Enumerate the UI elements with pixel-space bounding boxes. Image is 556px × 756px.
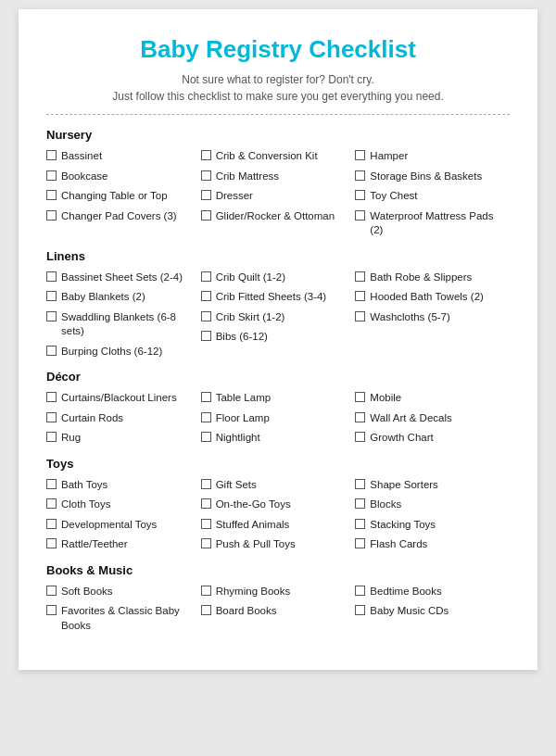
checkbox-icon[interactable] bbox=[355, 190, 365, 200]
checkbox-icon[interactable] bbox=[355, 479, 365, 489]
checkbox-icon[interactable] bbox=[201, 412, 211, 422]
checkbox-icon[interactable] bbox=[201, 291, 211, 301]
item-label: Changing Table or Top bbox=[61, 189, 168, 204]
item-label: Glider/Rocker & Ottoman bbox=[216, 209, 335, 224]
checkbox-icon[interactable] bbox=[46, 498, 57, 509]
checkbox-icon[interactable] bbox=[355, 586, 365, 596]
checkbox-icon[interactable] bbox=[201, 498, 211, 509]
list-item: Rug bbox=[46, 431, 197, 446]
checkbox-icon[interactable] bbox=[201, 331, 211, 341]
checkbox-icon[interactable] bbox=[355, 519, 365, 529]
checkbox-icon[interactable] bbox=[201, 432, 211, 442]
list-item: Stacking Toys bbox=[355, 518, 506, 533]
checkbox-icon[interactable] bbox=[46, 311, 57, 321]
section-title-linens: Linens bbox=[46, 249, 510, 263]
list-item: Bassinet bbox=[46, 149, 197, 164]
page-title: Baby Registry Checklist bbox=[46, 35, 510, 64]
item-label: Shape Sorters bbox=[370, 478, 438, 493]
item-label: Storage Bins & Baskets bbox=[370, 170, 482, 184]
checkbox-icon[interactable] bbox=[46, 170, 57, 181]
list-item: Changing Table or Top bbox=[46, 189, 197, 204]
item-label: Dresser bbox=[216, 189, 253, 204]
list-item: Cloth Toys bbox=[46, 498, 197, 512]
item-label: Bibs (6-12) bbox=[216, 330, 268, 345]
checkbox-icon[interactable] bbox=[355, 498, 365, 509]
checkbox-icon[interactable] bbox=[46, 432, 57, 442]
list-item: Baby Music CDs bbox=[355, 604, 506, 619]
list-item: Hooded Bath Towels (2) bbox=[355, 290, 506, 305]
checkbox-icon[interactable] bbox=[355, 291, 365, 301]
col-toys-1: Gift SetsOn-the-Go ToysStuffed AnimalsPu… bbox=[201, 478, 356, 554]
col-books-music-0: Soft BooksFavorites & Classic Baby Books bbox=[46, 585, 201, 636]
checkbox-icon[interactable] bbox=[355, 271, 365, 282]
item-label: Toy Chest bbox=[370, 189, 417, 204]
item-label: Blocks bbox=[370, 498, 401, 512]
checkbox-icon[interactable] bbox=[355, 538, 365, 548]
checkbox-icon[interactable] bbox=[46, 538, 57, 548]
checkbox-icon[interactable] bbox=[46, 190, 57, 200]
columns-decor: Curtains/Blackout LinersCurtain RodsRugT… bbox=[46, 391, 510, 447]
checkbox-icon[interactable] bbox=[355, 432, 365, 442]
checkbox-icon[interactable] bbox=[46, 392, 57, 402]
checkbox-icon[interactable] bbox=[46, 271, 57, 282]
checkbox-icon[interactable] bbox=[355, 210, 365, 220]
checkbox-icon[interactable] bbox=[355, 311, 365, 321]
checkbox-icon[interactable] bbox=[201, 150, 211, 160]
list-item: Mobile bbox=[355, 391, 506, 406]
item-label: Washcloths (5-7) bbox=[370, 310, 450, 325]
item-label: Board Books bbox=[216, 604, 277, 619]
checkbox-icon[interactable] bbox=[355, 605, 365, 615]
checkbox-icon[interactable] bbox=[201, 170, 211, 181]
checkbox-icon[interactable] bbox=[201, 479, 211, 489]
item-label: Cloth Toys bbox=[61, 498, 110, 512]
list-item: Stuffed Animals bbox=[201, 518, 352, 533]
item-label: Crib Mattress bbox=[216, 170, 279, 184]
list-item: Dresser bbox=[201, 189, 352, 204]
section-linens: LinensBassinet Sheet Sets (2-4)Baby Blan… bbox=[46, 249, 510, 361]
sections-container: NurseryBassinetBookcaseChanging Table or… bbox=[46, 128, 510, 635]
checkbox-icon[interactable] bbox=[201, 519, 211, 529]
checkbox-icon[interactable] bbox=[355, 412, 365, 422]
checkbox-icon[interactable] bbox=[46, 291, 57, 301]
list-item: Favorites & Classic Baby Books bbox=[46, 604, 197, 633]
columns-linens: Bassinet Sheet Sets (2-4)Baby Blankets (… bbox=[46, 271, 510, 361]
checkbox-icon[interactable] bbox=[46, 479, 57, 489]
checkbox-icon[interactable] bbox=[46, 210, 57, 220]
checkbox-icon[interactable] bbox=[201, 210, 211, 220]
checkbox-icon[interactable] bbox=[46, 150, 57, 160]
list-item: Developmental Toys bbox=[46, 518, 197, 533]
item-label: Nightlight bbox=[216, 431, 260, 446]
checkbox-icon[interactable] bbox=[201, 605, 211, 615]
section-books-music: Books & MusicSoft BooksFavorites & Class… bbox=[46, 563, 510, 636]
checkbox-icon[interactable] bbox=[46, 605, 57, 615]
checkbox-icon[interactable] bbox=[355, 150, 365, 160]
list-item: Nightlight bbox=[201, 431, 352, 446]
list-item: Bookcase bbox=[46, 170, 197, 184]
checkbox-icon[interactable] bbox=[201, 271, 211, 282]
col-decor-2: MobileWall Art & DecalsGrowth Chart bbox=[355, 391, 510, 447]
list-item: Swaddling Blankets (6-8 sets) bbox=[46, 310, 197, 339]
checkbox-icon[interactable] bbox=[355, 392, 365, 402]
section-title-books-music: Books & Music bbox=[46, 563, 510, 577]
item-label: Bookcase bbox=[61, 170, 108, 184]
checkbox-icon[interactable] bbox=[355, 170, 365, 181]
list-item: Hamper bbox=[355, 149, 506, 164]
checkbox-icon[interactable] bbox=[46, 346, 57, 356]
item-label: Hamper bbox=[370, 149, 408, 164]
list-item: Flash Cards bbox=[355, 537, 506, 552]
checkbox-icon[interactable] bbox=[201, 586, 211, 596]
item-label: Bassinet bbox=[61, 149, 102, 164]
list-item: Storage Bins & Baskets bbox=[355, 170, 506, 184]
checkbox-icon[interactable] bbox=[46, 412, 57, 422]
checkbox-icon[interactable] bbox=[201, 190, 211, 200]
checkbox-icon[interactable] bbox=[201, 538, 211, 548]
checkbox-icon[interactable] bbox=[46, 586, 57, 596]
col-decor-1: Table LampFloor LampNightlight bbox=[201, 391, 356, 447]
list-item: Soft Books bbox=[46, 585, 197, 599]
checkbox-icon[interactable] bbox=[46, 519, 57, 529]
list-item: Bath Robe & Slippers bbox=[355, 271, 506, 285]
section-title-nursery: Nursery bbox=[46, 128, 510, 142]
checkbox-icon[interactable] bbox=[201, 392, 211, 402]
checkbox-icon[interactable] bbox=[201, 311, 211, 321]
item-label: Crib & Conversion Kit bbox=[216, 149, 318, 164]
